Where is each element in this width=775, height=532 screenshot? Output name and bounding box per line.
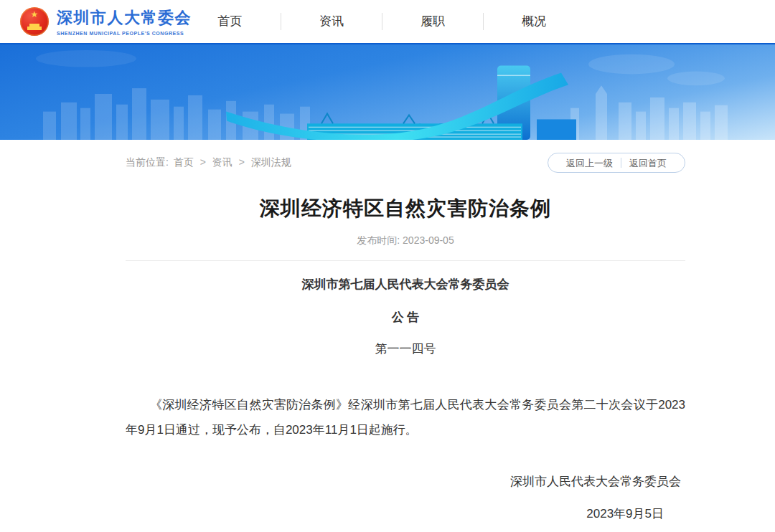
site-logo[interactable]: ★ 深圳市人大常委会 SHENZHEN MUNICIPAL PEOPLE'S C…: [20, 7, 192, 36]
site-header: ★ 深圳市人大常委会 SHENZHEN MUNICIPAL PEOPLE'S C…: [0, 0, 775, 43]
breadcrumb-item-current[interactable]: 深圳法规: [251, 156, 291, 168]
committee-heading: 深圳市第七届人民代表大会常务委员会: [126, 276, 685, 293]
notice-heading: 公 告: [126, 309, 685, 326]
breadcrumb-item-home[interactable]: 首页: [174, 156, 194, 168]
content-column: 当前位置: 首页 > 资讯 > 深圳法规 返回上一级 返回首页 深圳经济特区自然…: [126, 152, 685, 522]
banner-illustration: [0, 44, 775, 140]
breadcrumb-separator: >: [239, 156, 245, 168]
signature-block: 深圳市人民代表大会常务委员会 2023年9月5日: [126, 473, 685, 522]
publish-date: 发布时间: 2023-09-05: [126, 234, 685, 247]
banner-image: [0, 43, 775, 140]
article-body: 深圳市第七届人民代表大会常务委员会 公 告 第一一四号 《深圳经济特区自然灾害防…: [126, 261, 685, 522]
breadcrumb-label: 当前位置:: [126, 156, 169, 168]
toolbar-row: 当前位置: 首页 > 资讯 > 深圳法规 返回上一级 返回首页: [126, 152, 685, 174]
emblem-gate-icon: [27, 24, 42, 30]
site-subtitle: SHENZHEN MUNICIPAL PEOPLE'S CONGRESS: [57, 31, 192, 36]
nav-item-news[interactable]: 资讯: [281, 13, 382, 30]
signature-date: 2023年9月5日: [126, 505, 664, 522]
notice-number: 第一一四号: [126, 341, 685, 357]
breadcrumb-separator: >: [200, 156, 206, 168]
logo-text: 深圳市人大常委会 SHENZHEN MUNICIPAL PEOPLE'S CON…: [57, 7, 192, 36]
signature-name: 深圳市人民代表大会常务委员会: [126, 473, 681, 490]
site-title: 深圳市人大常委会: [57, 7, 192, 29]
nav-item-duty[interactable]: 履职: [382, 13, 483, 30]
article-paragraph: 《深圳经济特区自然灾害防治条例》经深圳市第七届人民代表大会常务委员会第二十次会议…: [126, 393, 685, 443]
nav-item-home[interactable]: 首页: [179, 13, 281, 30]
back-button-group: 返回上一级 返回首页: [548, 153, 685, 173]
breadcrumb-item-news[interactable]: 资讯: [212, 156, 232, 168]
breadcrumb: 当前位置: 首页 > 资讯 > 深圳法规: [126, 156, 293, 169]
back-parent-button[interactable]: 返回上一级: [558, 158, 621, 168]
national-emblem-icon: ★: [20, 7, 49, 36]
main-nav: 首页 资讯 履职 概况: [179, 0, 584, 43]
nav-item-overview[interactable]: 概况: [483, 13, 584, 30]
emblem-star-icon: ★: [20, 10, 49, 19]
article-title: 深圳经济特区自然灾害防治条例: [126, 195, 685, 222]
back-home-button[interactable]: 返回首页: [621, 158, 675, 168]
